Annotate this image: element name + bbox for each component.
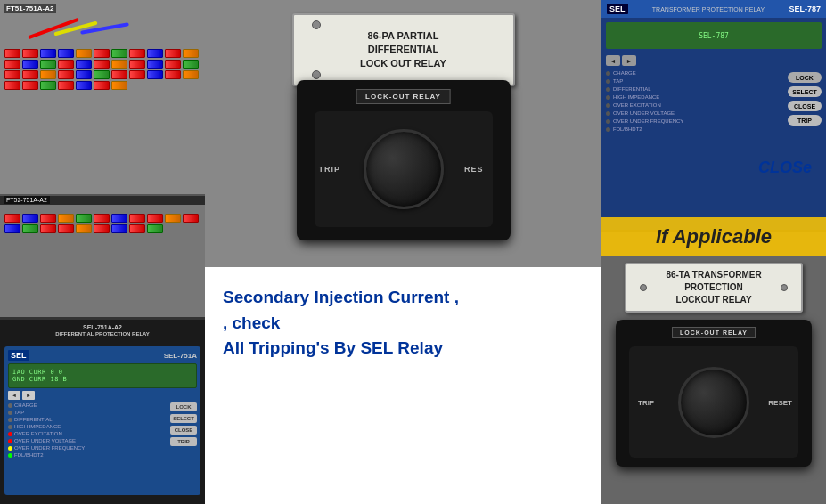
- sel-device-top-label: SEL-751A-A2 DIFFERENTIAL PROTECTION RELA…: [4, 324, 200, 337]
- term-block: [165, 214, 181, 223]
- sel787-dot: [606, 87, 610, 92]
- ta-plate-text-container: 86-TA TRANSFORMER PROTECTION LOCKOUT REL…: [666, 269, 761, 306]
- main-text-line1: Secondary Injection Current ,: [223, 285, 584, 311]
- term-block: [40, 60, 56, 69]
- sel-device: SEL-751A-A2 DIFFERENTIAL PROTECTION RELA…: [0, 317, 205, 504]
- sel-label-item: OVER EXCITATION: [8, 431, 168, 436]
- sel-dot: [8, 425, 12, 429]
- sel787-label-item: OVER UNDER FREQUENCY: [606, 118, 784, 124]
- sel-display-line2: GND CURR 18 B: [12, 376, 192, 383]
- term-block: [22, 214, 38, 223]
- sel-btn-col: LOCK SELECT CLOSE TRIP: [170, 402, 197, 458]
- sel-display: IAO CURR 0 0 GND CURR 18 B: [8, 363, 197, 388]
- term-block: [40, 70, 56, 79]
- term-block: [111, 224, 127, 233]
- sel787-select-btn[interactable]: SELECT: [788, 86, 822, 97]
- sel-close-btn[interactable]: CLOSE: [170, 426, 197, 435]
- term-block: [147, 214, 163, 223]
- lockout-knob-container: TRIP RES: [364, 129, 444, 209]
- sel787-trip-btn[interactable]: TRIP: [788, 115, 822, 126]
- sel-label-item: HIGH IMPEDANCE: [8, 424, 168, 429]
- sel-nav-next[interactable]: ►: [22, 391, 35, 400]
- term-block: [4, 214, 20, 223]
- relay-photo-top: 86-PA PARTIAL DIFFERENTIAL LOCK OUT RELA…: [205, 0, 601, 267]
- term-block: [183, 70, 199, 79]
- term-block: [58, 224, 74, 233]
- term-block: [183, 214, 199, 223]
- term-block: [94, 224, 110, 233]
- term-block: [4, 70, 20, 79]
- sel787-display: SEL-787: [606, 22, 822, 49]
- term-block: [147, 60, 163, 69]
- main-text-line3: All Tripping's By SEL Relay: [223, 336, 584, 362]
- sel787-nav-prev[interactable]: ◄: [606, 55, 620, 66]
- sel-trip-btn[interactable]: TRIP: [170, 437, 197, 446]
- term-block: [22, 224, 38, 233]
- ta-label-line2: PROTECTION: [666, 281, 761, 294]
- sel-logo: SEL: [8, 350, 29, 361]
- sel-model: SEL-751A: [164, 352, 197, 360]
- ta-trip-label: TRIP: [638, 398, 654, 406]
- sel-dot-red: [8, 432, 12, 436]
- sel-label-item: OVER UNDER VOLTAGE: [8, 438, 168, 443]
- term-block: [111, 81, 127, 90]
- term-block: [40, 224, 56, 233]
- term-block: [58, 70, 74, 79]
- relay-label-line3: LOCK OUT RELAY: [312, 57, 495, 70]
- term-block: [129, 214, 145, 223]
- ta-lockout-top-label: LOCK-OUT RELAY: [672, 327, 756, 338]
- term-block: [111, 60, 127, 69]
- relay-label-line2: DIFFERENTIAL: [312, 43, 495, 56]
- term-block: [183, 60, 199, 69]
- ta-screw-right: [781, 284, 788, 291]
- terminal-top: FT51-751A-A2: [0, 0, 205, 196]
- sel787-title: TRANSFORMER PROTECTION RELAY: [628, 6, 789, 12]
- sel787-nav-next[interactable]: ►: [622, 55, 636, 66]
- ta-label-plate: 86-TA TRANSFORMER PROTECTION LOCKOUT REL…: [625, 263, 803, 313]
- lockout-relay-top-label: LOCK-OUT RELAY: [356, 89, 451, 104]
- sel-nav-prev[interactable]: ◄: [8, 391, 20, 400]
- lockout-relay-knob: [364, 129, 444, 209]
- sel787-dot: [606, 95, 610, 100]
- relay-label-plate: 86-PA PARTIAL DIFFERENTIAL LOCK OUT RELA…: [292, 13, 515, 86]
- lockout-relay-body: TRIP RES: [315, 111, 493, 227]
- relay-label-line1: 86-PA PARTIAL: [312, 29, 495, 43]
- term-block: [111, 70, 127, 79]
- ta-screw-left: [640, 284, 647, 291]
- sel-label-item: CHARGE: [8, 402, 168, 408]
- term-block: [40, 214, 56, 223]
- sel787-label-item: DIFFERENTIAL: [606, 86, 784, 92]
- term-block: [129, 49, 145, 58]
- term-block: [76, 224, 92, 233]
- sel787-display-text: SEL-787: [699, 32, 729, 40]
- lockout-relay-device: LOCK-OUT RELAY TRIP RES: [297, 80, 511, 240]
- term-block: [4, 60, 20, 69]
- sel-label-item: DIFFERENTIAL: [8, 417, 168, 422]
- sel-dot-yellow: [8, 446, 12, 451]
- sel787-model: SEL-787: [789, 4, 821, 13]
- sel-lock-btn[interactable]: LOCK: [170, 402, 197, 411]
- terminal-top-label: FT51-751A-A2: [4, 4, 56, 13]
- sel-label-item: FDL/BHDT2: [8, 452, 168, 458]
- term-block: [76, 81, 92, 90]
- term-block: [22, 49, 38, 58]
- sel-label-col: CHARGE TAP DIFFERENTIAL HIGH IMPEDA: [8, 402, 168, 458]
- sel787-buttons: LOCK SELECT CLOSE TRIP: [788, 70, 822, 132]
- sel-select-btn[interactable]: SELECT: [170, 414, 197, 423]
- sel787-lock-btn[interactable]: LOCK: [788, 72, 822, 83]
- relay-plate-text: 86-PA PARTIAL DIFFERENTIAL LOCK OUT RELA…: [312, 29, 495, 70]
- sel-label-item: OVER UNDER FREQUENCY: [8, 445, 168, 451]
- sel787-close-btn[interactable]: CLOSE: [788, 101, 822, 111]
- sel-labels-buttons: CHARGE TAP DIFFERENTIAL HIGH IMPEDA: [8, 402, 197, 458]
- term-block: [183, 49, 199, 58]
- sel-nav-buttons: ◄ ►: [8, 391, 197, 400]
- sel-display-line1: IAO CURR 0 0: [12, 369, 192, 376]
- term-block: [76, 60, 92, 69]
- sel-dot: [8, 403, 12, 408]
- relay-plate-icons: 86-PA PARTIAL DIFFERENTIAL LOCK OUT RELA…: [312, 20, 495, 79]
- terminal-rows-top: [4, 49, 200, 90]
- term-block: [40, 49, 56, 58]
- term-block: [129, 60, 145, 69]
- term-block: [94, 60, 110, 69]
- term-block: [4, 81, 20, 90]
